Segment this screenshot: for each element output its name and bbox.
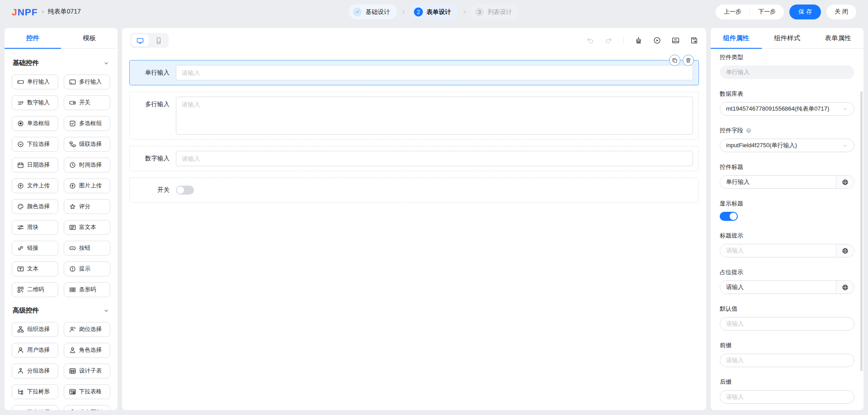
- chevron-down-icon[interactable]: [103, 60, 109, 66]
- control-item-tree[interactable]: 下拉树形: [12, 384, 58, 399]
- control-item-link[interactable]: 链接: [12, 241, 58, 256]
- control-item-label: 提示: [79, 265, 90, 273]
- rate-icon: [69, 203, 76, 210]
- step-1[interactable]: 基础设计: [349, 5, 397, 19]
- canvas-row-input[interactable]: 数字输入: [129, 146, 699, 171]
- scrollbar-thumb[interactable]: [860, 91, 863, 371]
- text-input[interactable]: 请输入: [720, 317, 854, 331]
- control-item-area[interactable]: 省市区划: [64, 405, 110, 410]
- text-input[interactable]: 请输入: [720, 281, 836, 294]
- control-item-label: 日期选择: [27, 161, 50, 169]
- display-title-switch[interactable]: [720, 212, 738, 221]
- properties-tab-1[interactable]: 组件属性: [711, 28, 762, 48]
- chevron-down-icon[interactable]: [103, 308, 109, 314]
- control-item-color[interactable]: 颜色选择: [12, 199, 58, 214]
- control-item-uploadimg[interactable]: 图片上传: [64, 178, 110, 193]
- control-item-switch[interactable]: 开关: [64, 95, 110, 110]
- control-item-label: 弹窗选择: [27, 409, 50, 410]
- text-input[interactable]: 请输入: [720, 354, 854, 367]
- control-item-text[interactable]: 文本: [12, 261, 58, 276]
- control-item-time[interactable]: 时间选择: [64, 158, 110, 173]
- globe-icon[interactable]: [836, 281, 854, 294]
- phone-view-button[interactable]: [150, 34, 167, 47]
- control-item-label: 角色选择: [79, 346, 102, 354]
- sidebar-tab-2[interactable]: 模板: [61, 28, 118, 48]
- control-item-input[interactable]: 单行输入: [12, 75, 58, 89]
- control-item-label: 省市区划: [79, 409, 102, 410]
- desktop-view-button[interactable]: [132, 34, 149, 47]
- number-icon: 123: [17, 99, 24, 106]
- globe-icon[interactable]: [836, 244, 854, 257]
- control-item-checkbox[interactable]: 多选框组: [64, 116, 110, 131]
- control-item-org[interactable]: 组织选择: [12, 322, 58, 337]
- close-button[interactable]: 关闭: [826, 5, 856, 19]
- color-icon: [17, 203, 24, 210]
- preview-icon[interactable]: [653, 37, 661, 44]
- control-item-group[interactable]: 分组选择: [12, 364, 58, 378]
- globe-icon[interactable]: [836, 176, 854, 188]
- slider-icon: [17, 224, 24, 231]
- group-icon: [17, 368, 24, 374]
- control-item-tableselect[interactable]: 下拉表格: [64, 384, 110, 399]
- control-item-alert[interactable]: 提示: [64, 261, 110, 276]
- control-item-barcode[interactable]: 条形码: [64, 282, 110, 297]
- redo-icon: [605, 37, 613, 44]
- control-item-radio[interactable]: 单选框组: [12, 116, 58, 131]
- control-item-label: 岗位选择: [79, 326, 102, 333]
- select-input[interactable]: inputField4f2750(单行输入): [720, 139, 854, 152]
- save-template-icon[interactable]: [690, 37, 698, 44]
- control-item-slider[interactable]: 滑块: [12, 220, 58, 235]
- control-item-button[interactable]: 按钮: [64, 241, 110, 256]
- control-item-cascade[interactable]: 级联选择: [64, 137, 110, 152]
- active-tab-underline: [5, 48, 61, 49]
- tableselect-icon: [69, 388, 76, 395]
- canvas-switch[interactable]: [176, 186, 194, 195]
- post-icon: [69, 326, 76, 333]
- prev-step-button[interactable]: 上一步: [716, 5, 750, 19]
- canvas-input-field[interactable]: [176, 65, 693, 80]
- canvas-row-input[interactable]: 单行输入: [129, 60, 699, 85]
- control-item-role[interactable]: 角色选择: [64, 343, 110, 358]
- control-item-upload[interactable]: 文件上传: [12, 178, 58, 193]
- canvas-textarea-field[interactable]: [176, 97, 693, 135]
- prop-field-label: 数据库表: [720, 90, 854, 98]
- properties-tab-3[interactable]: 表单属性: [812, 28, 863, 48]
- canvas-row-textarea[interactable]: 多行输入: [129, 92, 699, 140]
- select-input[interactable]: mt1945746778091556864(纯表单0717): [720, 102, 854, 116]
- clear-form-icon[interactable]: [635, 37, 642, 44]
- copy-icon[interactable]: [669, 55, 680, 66]
- prop-field-1: 控件类型单行输入: [720, 53, 854, 79]
- next-step-button[interactable]: 下一步: [750, 5, 784, 19]
- control-item-user[interactable]: 用户选择: [12, 343, 58, 358]
- control-item-rate[interactable]: 评分: [64, 199, 110, 214]
- control-item-label: 单选框组: [27, 120, 50, 127]
- control-item-label: 文件上传: [27, 182, 50, 190]
- control-item-qrcode[interactable]: 二维码: [12, 282, 58, 297]
- canvas-input-field[interactable]: [176, 151, 693, 166]
- prop-field-label: 默认值: [720, 305, 854, 312]
- control-item-post[interactable]: 岗位选择: [64, 322, 110, 337]
- text-input[interactable]: 单行输入: [720, 176, 836, 188]
- cascade-icon: [69, 141, 76, 148]
- control-item-richtext[interactable]: 富文本: [64, 220, 110, 235]
- canvas-row-switch[interactable]: 开关: [129, 177, 699, 203]
- prop-field-label: 前缀: [720, 341, 854, 349]
- control-item-select[interactable]: 下拉选择: [12, 137, 58, 152]
- text-input[interactable]: 请输入: [720, 244, 836, 257]
- properties-tab-2[interactable]: 组件样式: [762, 28, 813, 48]
- ai-template-icon[interactable]: AI: [672, 37, 679, 44]
- control-item-date[interactable]: 日期选择: [12, 158, 58, 173]
- control-item-popup[interactable]: 弹窗选择: [12, 405, 58, 410]
- control-item-textarea[interactable]: 多行输入: [64, 75, 110, 89]
- control-item-number[interactable]: 123数字输入: [12, 95, 58, 110]
- help-icon[interactable]: ?: [745, 127, 752, 134]
- save-button[interactable]: 保存: [789, 5, 821, 19]
- form-canvas[interactable]: 单行输入多行输入数字输入开关: [122, 52, 706, 410]
- step-3[interactable]: 3列表设计: [471, 5, 519, 19]
- text-input[interactable]: 请输入: [720, 390, 854, 404]
- control-item-subtable[interactable]: 设计子表: [64, 364, 110, 378]
- trash-icon[interactable]: [683, 55, 694, 66]
- section-title-text: 基础控件: [13, 59, 39, 67]
- step-2[interactable]: 2表单设计: [410, 5, 458, 19]
- sidebar-tab-1[interactable]: 控件: [5, 28, 61, 48]
